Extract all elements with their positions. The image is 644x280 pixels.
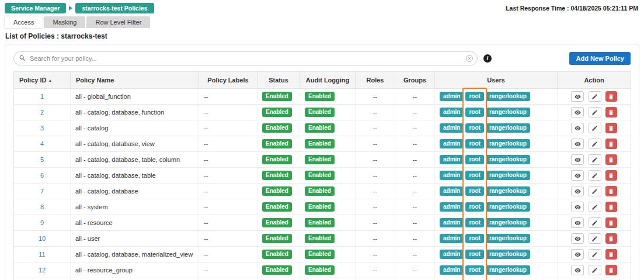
view-policy-button[interactable] [571, 186, 584, 196]
groups-value: -- [395, 278, 435, 280]
policy-id-link[interactable]: 6 [40, 172, 44, 179]
edit-policy-button[interactable] [589, 202, 601, 212]
trash-icon [608, 172, 614, 179]
pencil-icon [591, 141, 598, 147]
policy-id-link[interactable]: 11 [39, 251, 45, 258]
users-cell: adminrootrangerlookup [435, 136, 558, 152]
audit-badge: Enabled [305, 218, 335, 227]
view-policy-button[interactable] [571, 265, 584, 275]
view-policy-button[interactable] [571, 154, 584, 165]
policy-id-link[interactable]: 7 [40, 188, 44, 195]
delete-policy-button[interactable] [605, 249, 617, 260]
status-badge: Enabled [262, 202, 292, 212]
pencil-icon [591, 220, 598, 226]
eye-icon [575, 267, 581, 274]
policy-id-link[interactable]: 9 [40, 219, 44, 226]
delete-policy-button[interactable] [605, 217, 617, 228]
column-header-users: Users [435, 72, 558, 89]
policy-name: all - storage_volume [71, 278, 199, 280]
eye-icon [575, 125, 581, 132]
search-clear-icon[interactable]: × [466, 55, 473, 62]
view-policy-button[interactable] [571, 202, 584, 212]
users-cell: adminrootrangerlookup [435, 89, 558, 105]
view-policy-button[interactable] [571, 217, 584, 228]
delete-policy-button[interactable] [605, 202, 617, 212]
tab-masking[interactable]: Masking [44, 16, 85, 28]
edit-policy-button[interactable] [589, 107, 601, 117]
info-icon[interactable]: i [483, 54, 492, 63]
edit-policy-button[interactable] [589, 249, 601, 260]
view-policy-button[interactable] [571, 107, 584, 117]
policies-card: × i Add New Policy Policy ID▲ Policy Nam… [5, 44, 639, 280]
view-policy-button[interactable] [571, 170, 584, 181]
user-badge-root: root [465, 250, 483, 259]
status-badge: Enabled [262, 123, 292, 133]
table-row: 13 all - storage_volume -- Enabled Enabl… [14, 278, 631, 280]
tab-row-level-filter[interactable]: Row Level Filter [86, 16, 150, 28]
column-header-policy-id[interactable]: Policy ID▲ [14, 72, 71, 89]
eye-icon [575, 204, 581, 210]
user-badge-rangerlookup: rangerlookup [486, 92, 530, 101]
toolbar: × i Add New Policy [13, 51, 631, 65]
delete-policy-button[interactable] [605, 154, 617, 165]
breadcrumb: Service Manager starrocks-test Policies [5, 3, 154, 13]
delete-policy-button[interactable] [605, 265, 617, 275]
edit-policy-button[interactable] [589, 170, 601, 181]
top-bar: Service Manager starrocks-test Policies … [0, 0, 644, 15]
policy-id-link[interactable]: 1 [40, 93, 44, 100]
view-policy-button[interactable] [571, 249, 584, 260]
delete-policy-button[interactable] [605, 186, 617, 196]
edit-policy-button[interactable] [589, 217, 601, 228]
edit-policy-button[interactable] [589, 186, 601, 196]
user-badge-rangerlookup: rangerlookup [486, 123, 530, 133]
user-badge-admin: admin [440, 155, 464, 164]
users-cell: adminrootrangerlookup [435, 152, 558, 168]
policy-id-link[interactable]: 12 [39, 267, 46, 274]
pencil-icon [591, 157, 598, 163]
view-policy-button[interactable] [571, 123, 584, 133]
view-policy-button[interactable] [571, 139, 584, 149]
edit-policy-button[interactable] [589, 154, 601, 165]
policy-name: all - catalog, database, view [71, 136, 199, 152]
policy-id-link[interactable]: 2 [40, 109, 44, 116]
edit-policy-button[interactable] [589, 233, 601, 244]
view-policy-button[interactable] [571, 91, 584, 102]
add-new-policy-button[interactable]: Add New Policy [569, 52, 631, 65]
user-badge-root: root [465, 218, 483, 227]
delete-policy-button[interactable] [605, 139, 617, 149]
edit-policy-button[interactable] [589, 123, 601, 133]
policy-id-link[interactable]: 5 [40, 156, 44, 163]
policy-id-link[interactable]: 3 [40, 125, 44, 132]
policy-labels: -- [199, 152, 257, 168]
policy-id-link[interactable]: 8 [40, 203, 44, 210]
column-header-policy-labels: Policy Labels [199, 72, 257, 89]
roles-value: -- [356, 152, 395, 168]
policy-labels: -- [199, 247, 257, 262]
delete-policy-button[interactable] [605, 170, 617, 181]
roles-value: -- [356, 184, 395, 199]
audit-badge: Enabled [305, 123, 335, 133]
policy-id-link[interactable]: 4 [40, 140, 44, 147]
table-row: 10 all - user -- Enabled Enabled -- -- a… [14, 231, 631, 247]
delete-policy-button[interactable] [605, 91, 617, 102]
view-policy-button[interactable] [571, 233, 584, 244]
trash-icon [608, 188, 614, 195]
users-cell: adminrootrangerlookup [435, 168, 558, 184]
edit-policy-button[interactable] [589, 91, 601, 102]
breadcrumb-service-manager[interactable]: Service Manager [5, 3, 66, 13]
eye-icon [575, 94, 581, 100]
delete-policy-button[interactable] [605, 233, 617, 244]
table-row: 1 all - global_function -- Enabled Enabl… [14, 89, 631, 105]
search-input[interactable] [13, 51, 478, 65]
roles-value: -- [356, 105, 395, 120]
delete-policy-button[interactable] [605, 123, 617, 133]
table-row: 8 all - system -- Enabled Enabled -- -- … [14, 199, 631, 215]
tab-access[interactable]: Access [5, 16, 43, 28]
delete-policy-button[interactable] [605, 107, 617, 117]
policy-name: all - catalog [71, 120, 199, 136]
edit-policy-button[interactable] [589, 139, 601, 149]
breadcrumb-policies[interactable]: starrocks-test Policies [75, 3, 154, 13]
policy-id-link[interactable]: 10 [39, 235, 46, 242]
edit-policy-button[interactable] [589, 265, 601, 275]
status-badge: Enabled [262, 139, 292, 148]
